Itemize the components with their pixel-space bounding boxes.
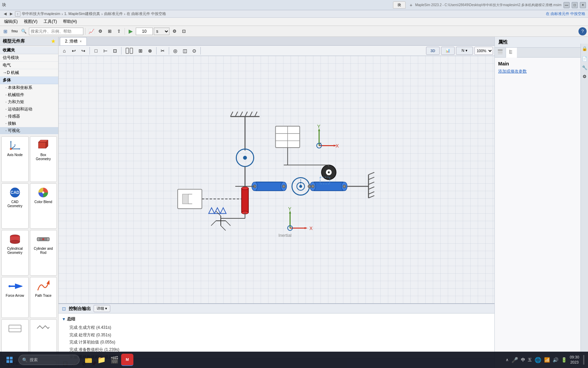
sidebar-item-contact[interactable]: · 接触 bbox=[0, 120, 58, 127]
right-sidebar-tool[interactable]: 🔧 bbox=[581, 64, 588, 71]
sidebar-item-body-frame[interactable]: · 本体和坐标系 bbox=[0, 84, 58, 91]
menu-tools[interactable]: 工具(T) bbox=[41, 18, 60, 25]
toolbar-question[interactable]: ? bbox=[578, 27, 587, 35]
prop-main-label: Main bbox=[498, 61, 585, 66]
menu-view[interactable]: 视图(V) bbox=[21, 18, 40, 25]
canvas-arrange-btn[interactable]: ⊞ bbox=[136, 46, 145, 55]
canvas-2d-btn[interactable]: 📊 bbox=[441, 47, 455, 55]
component-partial1[interactable] bbox=[1, 319, 29, 357]
component-color-blend[interactable]: Color Blend bbox=[30, 183, 57, 229]
canvas-layout-btn[interactable] bbox=[123, 46, 135, 55]
canvas-align-btn[interactable]: ⊡ bbox=[111, 46, 119, 55]
tray-wifi[interactable]: 📶 bbox=[544, 357, 550, 363]
menu-edit[interactable]: 编辑(E) bbox=[1, 18, 20, 25]
component-partial2[interactable] bbox=[30, 319, 57, 357]
right-sidebar-gear[interactable]: ⚙ bbox=[581, 73, 588, 80]
tray-lang-cn[interactable]: 中 bbox=[521, 357, 525, 363]
maximize-btn[interactable]: □ bbox=[572, 2, 578, 8]
canvas-layout-mode-btn[interactable]: N ▾ bbox=[456, 47, 473, 55]
toolbar-settings2[interactable]: ⚙ bbox=[170, 27, 179, 35]
sidebar-item-kinematics[interactable]: · 运动副和运动 bbox=[0, 106, 58, 113]
favorite-star[interactable]: ★ bbox=[51, 39, 55, 44]
component-cylindrical-geometry[interactable]: CylindricalGeometry bbox=[1, 230, 29, 276]
tray-mic[interactable]: 🎤 bbox=[511, 357, 518, 363]
component-force-arrow[interactable]: Force Arrow bbox=[1, 277, 29, 318]
taskbar-icon-maplesim[interactable]: M bbox=[121, 354, 133, 366]
toolbar-expand[interactable]: ⊡ bbox=[180, 27, 188, 35]
taskbar-icon-explorer[interactable] bbox=[82, 354, 95, 366]
sidebar-item-signal[interactable]: 信号模块 bbox=[0, 54, 58, 62]
minimize-btn[interactable]: — bbox=[564, 2, 570, 8]
canvas-zoom-select[interactable]: 50% 75% 100% 125% 150% bbox=[474, 47, 493, 55]
component-box-geometry[interactable]: BoxGeometry bbox=[30, 136, 57, 182]
component-cad-geometry[interactable]: CAD CADGeometry bbox=[1, 183, 29, 229]
nav-forward-btn[interactable]: ▶ bbox=[9, 12, 14, 16]
component-cylinder-rod[interactable]: Cylinder andRod bbox=[30, 230, 57, 276]
tray-lang-five[interactable]: 五 bbox=[528, 357, 532, 363]
tray-expand[interactable]: ∧ bbox=[506, 357, 509, 362]
sidebar-item-electric[interactable]: 电气 bbox=[0, 62, 58, 69]
sidebar-item-mechanical[interactable]: →D 机械 bbox=[0, 69, 58, 77]
toolbar-icon2[interactable]: 🔍 bbox=[20, 27, 28, 35]
search-input[interactable] bbox=[29, 28, 83, 35]
canvas-probe-btn[interactable]: ◫ bbox=[180, 46, 189, 55]
sidebar-item-sensor[interactable]: · 传感器 bbox=[0, 113, 58, 120]
sidebar-item-multibody[interactable]: 多体 bbox=[0, 77, 58, 84]
tray-volume[interactable]: 🔊 bbox=[553, 357, 558, 363]
sidebar-item-favorites[interactable]: 收藏夹 bbox=[0, 47, 58, 54]
sidebar-item-force[interactable]: · 力和力矩 bbox=[0, 98, 58, 106]
toolbar-chart[interactable]: 📈 bbox=[87, 27, 95, 35]
svg-point-80 bbox=[282, 185, 285, 188]
sim-time-input[interactable] bbox=[136, 28, 153, 35]
toolbar-settings[interactable]: ⚙ bbox=[96, 27, 104, 35]
taskbar: 🔍 搜索 📁 🎬 M ∧ 🎤 中 五 🌐 📶 🔊 🔋 09:30 202 bbox=[0, 352, 588, 368]
prop-tab-list[interactable] bbox=[495, 48, 506, 57]
toolbar-fmu[interactable]: fmu bbox=[11, 27, 19, 35]
svg-rect-94 bbox=[178, 189, 202, 209]
new-tab-btn[interactable]: + bbox=[407, 2, 415, 9]
canvas-drawing-area[interactable]: X Y Z bbox=[59, 56, 494, 303]
toolbar-grid[interactable]: ⊞ bbox=[105, 27, 114, 35]
canvas-redo-btn[interactable]: ↪ bbox=[79, 46, 88, 55]
tray-battery[interactable]: 🔋 bbox=[561, 357, 567, 363]
taskbar-icon-app[interactable]: 🎬 bbox=[108, 354, 120, 366]
canvas-tab-active[interactable]: 2. 滑槽 × bbox=[60, 37, 87, 45]
canvas-undo-btn[interactable]: ↩ bbox=[69, 46, 78, 55]
canvas-toolbar: ⌂ ↩ ↪ □ ⊢ ⊡ ⊞ ⊗ ✂ ◎ bbox=[59, 46, 494, 56]
nav-back-btn[interactable]: ◀ bbox=[3, 12, 7, 16]
console-detail-btn[interactable]: 详细 ▾ bbox=[94, 305, 110, 312]
taskbar-search-box[interactable]: 🔍 搜索 bbox=[18, 355, 80, 365]
right-sidebar-lock[interactable]: 🔒 bbox=[581, 45, 588, 52]
component-path-trace[interactable]: Path Trace bbox=[30, 277, 57, 318]
canvas-measure-btn[interactable]: ⊙ bbox=[190, 46, 199, 55]
prop-add-modify-link[interactable]: 添加或修改参数 bbox=[498, 68, 585, 74]
tray-show-desktop[interactable] bbox=[583, 355, 585, 365]
canvas-run-vis-btn[interactable]: ◎ bbox=[171, 46, 180, 55]
sidebar-item-visualization[interactable]: · 可视化 bbox=[0, 127, 58, 134]
prop-tab-tree[interactable] bbox=[506, 48, 517, 58]
canvas-home-btn[interactable]: ⌂ bbox=[60, 46, 69, 55]
start-btn[interactable] bbox=[3, 354, 16, 366]
toolbar-share[interactable]: ⇪ bbox=[115, 27, 123, 35]
canvas-tab-close[interactable]: × bbox=[80, 40, 82, 43]
toolbar-icon1[interactable]: ⊞ bbox=[1, 27, 10, 35]
run-btn[interactable]: ▶ bbox=[127, 27, 135, 35]
canvas-add-btn[interactable]: □ bbox=[92, 46, 100, 55]
tab-main[interactable]: 块 bbox=[393, 1, 406, 9]
menu-help[interactable]: 帮助(H) bbox=[60, 18, 80, 25]
canvas-connect-btn[interactable]: ⊢ bbox=[101, 46, 110, 55]
right-sidebar-settings[interactable]: 📄 bbox=[581, 55, 588, 62]
nav-up-btn[interactable]: ↑ bbox=[15, 11, 20, 17]
canvas-3d-btn[interactable]: 3D bbox=[426, 47, 440, 55]
taskbar-icon-folder[interactable]: 📁 bbox=[95, 354, 108, 366]
svg-line-74 bbox=[369, 192, 374, 194]
sidebar-item-mechanical-components[interactable]: · 机械组件 bbox=[0, 91, 58, 98]
sim-time-unit[interactable]: s ms min bbox=[154, 28, 169, 35]
close-btn[interactable]: × bbox=[580, 2, 586, 8]
canvas-snap-btn[interactable]: ⊗ bbox=[146, 46, 154, 55]
canvas-cut-btn[interactable]: ✂ bbox=[158, 46, 167, 55]
svg-text:Inertial: Inertial bbox=[278, 233, 291, 238]
svg-line-34 bbox=[230, 112, 233, 117]
tray-globe[interactable]: 🌐 bbox=[535, 357, 541, 363]
component-axis-node[interactable]: Axis Node bbox=[1, 136, 29, 182]
